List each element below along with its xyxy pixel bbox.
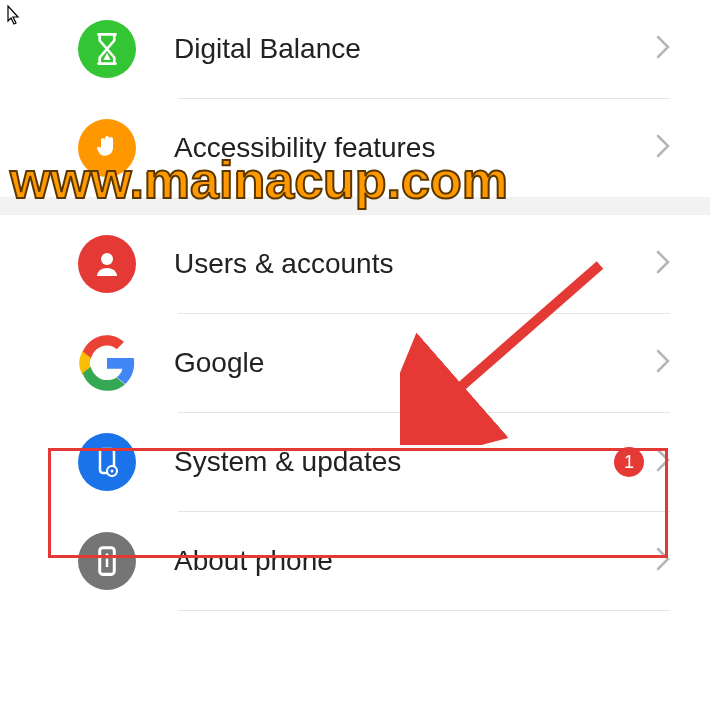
item-label: About phone: [174, 545, 656, 577]
item-label: System & updates: [174, 446, 614, 478]
google-icon: [78, 334, 136, 392]
settings-item-users-accounts[interactable]: Users & accounts: [0, 215, 710, 313]
notification-badge: 1: [614, 447, 644, 477]
svg-point-3: [111, 470, 114, 473]
chevron-right-icon: [656, 35, 670, 63]
item-label: Digital Balance: [174, 33, 656, 65]
phone-info-icon: [78, 532, 136, 590]
svg-point-0: [101, 253, 113, 265]
hand-icon: [78, 119, 136, 177]
item-label: Accessibility features: [174, 132, 656, 164]
settings-list: Digital Balance Accessibility features U…: [0, 0, 710, 611]
settings-item-google[interactable]: Google: [0, 314, 710, 412]
settings-item-about-phone[interactable]: About phone: [0, 512, 710, 610]
chevron-right-icon: [656, 448, 670, 476]
settings-item-digital-balance[interactable]: Digital Balance: [0, 0, 710, 98]
svg-rect-6: [106, 559, 108, 568]
item-label: Users & accounts: [174, 248, 656, 280]
chevron-right-icon: [656, 349, 670, 377]
phone-gear-icon: [78, 433, 136, 491]
hourglass-icon: [78, 20, 136, 78]
person-icon: [78, 235, 136, 293]
divider: [178, 610, 670, 611]
chevron-right-icon: [656, 134, 670, 162]
section-gap: [0, 197, 710, 215]
settings-item-accessibility[interactable]: Accessibility features: [0, 99, 710, 197]
chevron-right-icon: [656, 547, 670, 575]
chevron-right-icon: [656, 250, 670, 278]
item-label: Google: [174, 347, 656, 379]
svg-point-5: [105, 553, 108, 556]
settings-item-system-updates[interactable]: System & updates 1: [0, 413, 710, 511]
